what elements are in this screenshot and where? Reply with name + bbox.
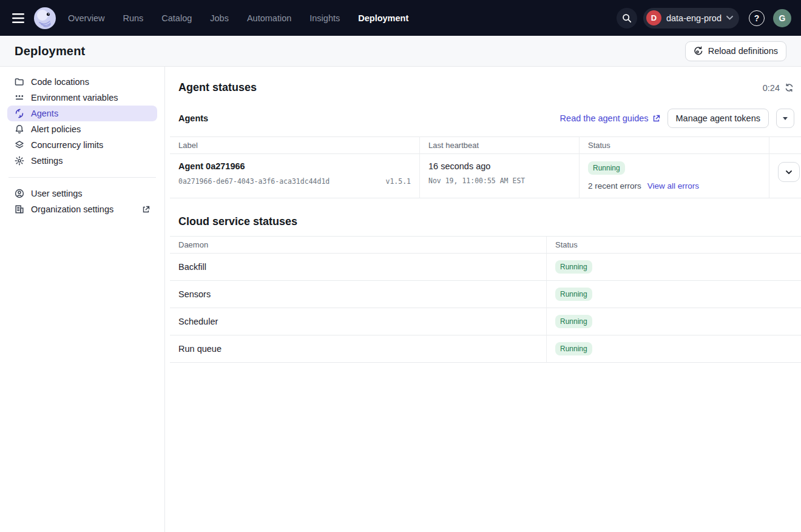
column-header-expander bbox=[769, 136, 801, 154]
cloud-service-statuses-title: Cloud service statuses bbox=[178, 215, 297, 228]
sidebar-item-user-settings[interactable]: User settings bbox=[7, 186, 157, 201]
agent-guides-link[interactable]: Read the agent guides bbox=[560, 113, 660, 123]
agent-id: 0a271966-de67-4043-a3f6-aca31dc44d1d bbox=[178, 177, 330, 186]
agents-menu-dropdown-button[interactable] bbox=[776, 109, 794, 128]
status-badge: Running bbox=[588, 161, 625, 175]
agent-statuses-title: Agent statuses bbox=[178, 81, 257, 94]
reload-definitions-button[interactable]: Reload definitions bbox=[685, 41, 786, 61]
heartbeat-relative: 16 seconds ago bbox=[428, 161, 570, 171]
daemon-status-cell: Running bbox=[547, 308, 801, 335]
chevron-down-icon bbox=[726, 16, 733, 20]
daemon-name: Sensors bbox=[178, 289, 211, 299]
sidebar-item-label: Concurrency limits bbox=[31, 140, 103, 150]
nav-jobs[interactable]: Jobs bbox=[210, 13, 229, 23]
building-icon bbox=[15, 204, 24, 214]
sidebar-item-alert-policies[interactable]: Alert policies bbox=[7, 121, 157, 137]
nav-catalog[interactable]: Catalog bbox=[161, 13, 192, 23]
sidebar-item-code-locations[interactable]: Code locations bbox=[7, 74, 157, 90]
daemon-row-run-queue: Run queue bbox=[170, 335, 547, 363]
daemon-name: Scheduler bbox=[178, 317, 218, 326]
nav-overview[interactable]: Overview bbox=[68, 13, 104, 23]
status-badge: Running bbox=[555, 342, 592, 355]
page-header: Deployment Reload definitions bbox=[0, 36, 801, 67]
sidebar-item-agents[interactable]: Agents bbox=[7, 106, 157, 121]
agent-heartbeat-cell: 16 seconds ago Nov 19, 11:00:55 AM EST bbox=[420, 154, 580, 198]
status-badge: Running bbox=[555, 260, 592, 274]
sidebar-item-label: Organization settings bbox=[31, 204, 113, 214]
manage-agent-tokens-button[interactable]: Manage agent tokens bbox=[668, 109, 769, 128]
primary-nav: Overview Runs Catalog Jobs Automation In… bbox=[68, 13, 408, 23]
chevron-down-icon bbox=[786, 170, 792, 174]
column-header-label: Label bbox=[170, 136, 420, 154]
page-title: Deployment bbox=[15, 44, 85, 58]
nav-deployment[interactable]: Deployment bbox=[358, 13, 408, 23]
status-badge: Running bbox=[555, 288, 592, 301]
countdown-value: 0:24 bbox=[763, 83, 780, 93]
deployment-switcher[interactable]: D data-eng-prod bbox=[643, 8, 739, 29]
reload-icon bbox=[694, 46, 703, 56]
agent-status-cell: Running 2 recent errors View all errors bbox=[580, 154, 769, 198]
nav-runs[interactable]: Runs bbox=[123, 13, 143, 23]
reload-definitions-label: Reload definitions bbox=[708, 46, 778, 56]
daemon-status-cell: Running bbox=[547, 254, 801, 281]
nav-insights[interactable]: Insights bbox=[309, 13, 340, 23]
sidebar-item-environment-variables[interactable]: Environment variables bbox=[7, 90, 157, 106]
deployment-initial-badge: D bbox=[646, 10, 661, 25]
external-link-icon bbox=[652, 115, 660, 123]
column-header-heartbeat: Last heartbeat bbox=[420, 136, 580, 154]
external-link-icon bbox=[142, 206, 150, 214]
view-all-errors-link[interactable]: View all errors bbox=[647, 181, 699, 190]
agents-subheader: Agents Read the agent guides Manage agen… bbox=[165, 94, 801, 136]
main-content: Agent statuses 0:24 Agents Read the agen… bbox=[165, 67, 801, 532]
agents-subtitle: Agents bbox=[178, 113, 208, 123]
sidebar-item-label: Code locations bbox=[31, 77, 89, 87]
hamburger-menu-icon[interactable] bbox=[8, 8, 28, 28]
daemon-row-backfill: Backfill bbox=[170, 254, 547, 281]
sidebar-item-organization-settings[interactable]: Organization settings bbox=[7, 201, 157, 217]
dagster-logo-icon[interactable] bbox=[32, 5, 58, 32]
user-avatar[interactable]: G bbox=[773, 9, 791, 27]
agent-version: v1.5.1 bbox=[385, 177, 411, 186]
nav-automation[interactable]: Automation bbox=[247, 13, 291, 23]
sidebar-item-label: Settings bbox=[31, 156, 63, 166]
folder-icon bbox=[15, 77, 24, 87]
sidebar-item-settings[interactable]: Settings bbox=[7, 153, 157, 169]
sidebar-item-label: Agents bbox=[31, 109, 58, 118]
refresh-icon[interactable] bbox=[785, 83, 794, 92]
agent-label-cell: Agent 0a271966 0a271966-de67-4043-a3f6-a… bbox=[170, 154, 420, 198]
sidebar-item-label: Environment variables bbox=[31, 93, 118, 103]
search-icon[interactable] bbox=[617, 8, 637, 29]
daemon-name: Run queue bbox=[178, 344, 221, 354]
help-icon[interactable]: ? bbox=[749, 10, 765, 26]
column-header-status: Status bbox=[580, 136, 769, 154]
agent-icon bbox=[15, 109, 24, 118]
top-navigation-bar: Overview Runs Catalog Jobs Automation In… bbox=[0, 0, 801, 36]
caret-down-icon bbox=[783, 117, 788, 120]
agent-statuses-header: Agent statuses 0:24 bbox=[165, 67, 801, 94]
bell-icon bbox=[15, 124, 24, 134]
daemon-row-scheduler: Scheduler bbox=[170, 308, 547, 335]
sidebar-divider bbox=[8, 177, 156, 178]
agent-guides-link-label: Read the agent guides bbox=[560, 113, 649, 123]
sidebar-item-label: User settings bbox=[31, 189, 83, 198]
recent-errors-text: 2 recent errors bbox=[588, 181, 641, 190]
gear-icon bbox=[15, 156, 24, 166]
daemon-status-cell: Running bbox=[547, 335, 801, 363]
topbar-right-controls: D data-eng-prod ? G bbox=[617, 8, 791, 29]
heartbeat-timestamp: Nov 19, 11:00:55 AM EST bbox=[428, 177, 570, 185]
sidebar-item-label: Alert policies bbox=[31, 124, 81, 134]
agent-row-expand-button[interactable] bbox=[778, 162, 800, 182]
column-header-daemon: Daemon bbox=[170, 236, 547, 254]
cloud-service-statuses-header: Cloud service statuses bbox=[165, 198, 801, 228]
cloud-services-table: Daemon Status Backfill Running Sensors R… bbox=[170, 236, 801, 363]
daemon-name: Backfill bbox=[178, 262, 206, 272]
user-icon bbox=[15, 189, 24, 198]
daemon-row-sensors: Sensors bbox=[170, 281, 547, 308]
daemon-status-cell: Running bbox=[547, 281, 801, 308]
sidebar-item-concurrency-limits[interactable]: Concurrency limits bbox=[7, 137, 157, 153]
deployment-sidebar: Code locations Environment variables Age… bbox=[0, 67, 165, 532]
layers-icon bbox=[15, 140, 24, 150]
refresh-countdown: 0:24 bbox=[763, 83, 794, 93]
agents-table: Label Last heartbeat Status Agent 0a2719… bbox=[170, 136, 801, 198]
agent-expander-cell bbox=[769, 154, 801, 198]
